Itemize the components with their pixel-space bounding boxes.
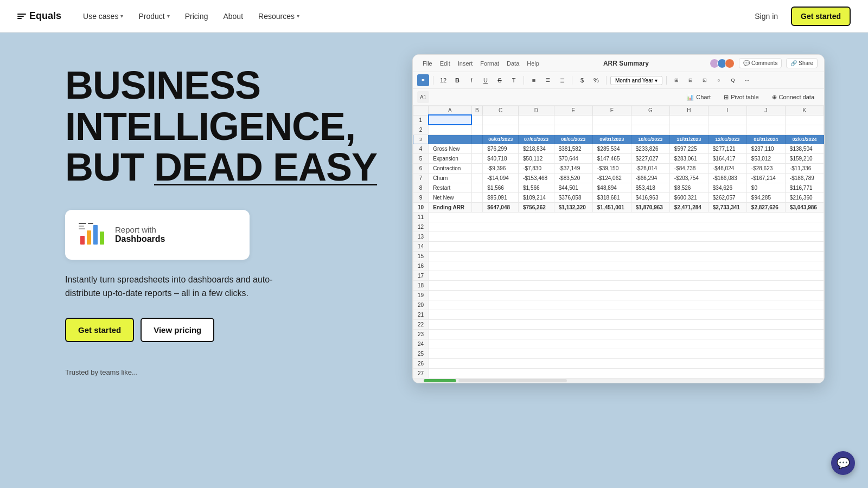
ss-tabs-area: A1 📊 Chart ⊞ Pivot table ⊕ Connect data: [413, 89, 824, 106]
table-row: 11: [413, 212, 824, 222]
ss-divider-5: [666, 76, 667, 85]
ss-titlebar: File Edit Insert Format Data Help ARR Su…: [413, 55, 824, 72]
ss-chart-tab[interactable]: 📊 Chart: [681, 92, 716, 103]
nav-about[interactable]: About: [216, 8, 250, 25]
feature-name-label: Dashboards: [115, 234, 165, 244]
chevron-down-icon: ▾: [167, 13, 170, 19]
feature-card: Report with Dashboards: [65, 210, 250, 260]
ss-col-headers: A B C D E F G H I J K: [413, 106, 824, 115]
table-row: 10 Ending ARR $647,048 $756,262 $1,132,3…: [413, 202, 824, 212]
ss-menu-items: File Edit Insert Format Data Help: [419, 59, 542, 68]
ss-comments-btn[interactable]: 💬 Comments: [739, 58, 782, 68]
get-started-hero-button[interactable]: Get started: [65, 318, 134, 342]
ss-col-h: H: [669, 106, 708, 115]
ss-scrollbar-thumb-green: [424, 379, 456, 382]
table-row: 20: [413, 300, 824, 310]
ss-menu-format[interactable]: Format: [477, 59, 502, 68]
ss-font-size[interactable]: 12: [437, 74, 449, 86]
ss-formula-bar[interactable]: [431, 95, 679, 99]
ss-divider-2: [524, 76, 524, 85]
avatar-3: [725, 59, 735, 68]
ss-share-btn[interactable]: 🔗 Share: [786, 58, 818, 68]
table-row: 18: [413, 280, 824, 290]
chevron-down-icon: ▾: [120, 13, 123, 19]
chevron-down-icon: ▾: [297, 13, 299, 19]
ss-cell-ref[interactable]: A1: [417, 91, 429, 103]
table-row: 24: [413, 339, 824, 349]
main-content: BUSINESS INTELLIGENCE, BUT DEAD EASY Rep…: [0, 33, 868, 488]
svg-rect-4: [79, 223, 86, 224]
table-row: 21: [413, 310, 824, 319]
ss-col-g: G: [631, 106, 669, 115]
nav-product[interactable]: Product ▾: [132, 8, 176, 25]
logo[interactable]: Equals: [17, 10, 61, 22]
logo-icon: [17, 14, 26, 19]
chat-widget-button[interactable]: 💬: [831, 451, 855, 475]
ss-col-k: K: [785, 106, 824, 115]
nav-pricing[interactable]: Pricing: [178, 8, 215, 25]
table-row: 15: [413, 251, 824, 261]
ss-align-center[interactable]: ☰: [542, 74, 554, 86]
logo-line-1: [17, 14, 26, 15]
ss-logo-btn[interactable]: =: [417, 74, 429, 86]
chevron-down-icon: ▾: [655, 78, 658, 84]
ss-currency-btn[interactable]: $: [576, 74, 588, 86]
table-row: 7 Churn -$14,094 -$153,468 -$83,520 -$12…: [413, 173, 824, 183]
ss-date-format[interactable]: Month and Year ▾: [610, 76, 662, 85]
ss-percent-btn[interactable]: %: [590, 74, 602, 86]
ss-horizontal-scrollbar[interactable]: [413, 378, 824, 383]
ss-align-right[interactable]: ≣: [556, 74, 568, 86]
ss-scrollbar-thumb-gray: [458, 379, 567, 382]
ss-menu-file[interactable]: File: [419, 59, 436, 68]
svg-rect-6: [79, 226, 84, 227]
table-row: 5 Expansion $40,718 $50,112 $70,644 $147…: [413, 153, 824, 163]
chart-icon: 📊: [686, 94, 694, 101]
ss-bold-btn[interactable]: B: [451, 74, 463, 86]
comment-icon: 💬: [743, 60, 750, 66]
svg-rect-3: [100, 232, 104, 245]
ss-underline-btn[interactable]: U: [480, 74, 492, 86]
ss-menu-edit[interactable]: Edit: [437, 59, 454, 68]
sign-in-button[interactable]: Sign in: [748, 8, 784, 25]
logo-text: Equals: [29, 10, 61, 22]
view-pricing-button[interactable]: View pricing: [141, 318, 214, 342]
ss-merge-btn[interactable]: ⊟: [685, 74, 697, 86]
share-icon: 🔗: [790, 60, 797, 66]
ss-border-btn[interactable]: ⊡: [699, 74, 711, 86]
ss-align-left[interactable]: ≡: [528, 74, 540, 86]
table-row: 26: [413, 358, 824, 368]
svg-rect-1: [87, 230, 91, 245]
ss-menu-help[interactable]: Help: [524, 59, 542, 68]
chat-icon: 💬: [837, 457, 850, 470]
nav-resources[interactable]: Resources ▾: [252, 8, 306, 25]
ss-more-btn[interactable]: ···: [741, 74, 753, 86]
svg-rect-2: [93, 225, 98, 245]
ss-menu-insert[interactable]: Insert: [455, 59, 476, 68]
ss-menu-data[interactable]: Data: [503, 59, 522, 68]
ss-col-j: J: [746, 106, 785, 115]
ss-pivot-tab[interactable]: ⊞ Pivot table: [718, 92, 764, 103]
logo-line-3: [17, 18, 22, 19]
ss-search-btn[interactable]: Q: [727, 74, 739, 86]
ss-italic-btn[interactable]: I: [465, 74, 477, 86]
ss-freeze-btn[interactable]: ⊞: [671, 74, 682, 86]
ss-connect-tab[interactable]: ⊕ Connect data: [767, 92, 820, 103]
ss-col-a: A: [429, 106, 471, 115]
hero-description: Instantly turn spreadsheets into dashboa…: [65, 273, 293, 300]
ss-text-btn[interactable]: T: [508, 74, 520, 86]
nav-use-cases[interactable]: Use cases ▾: [76, 8, 130, 25]
svg-rect-5: [88, 223, 93, 224]
table-row: 2: [413, 125, 824, 134]
svg-rect-0: [80, 236, 85, 245]
spreadsheet-screenshot: File Edit Insert Format Data Help ARR Su…: [412, 54, 825, 383]
ss-strikethrough-btn[interactable]: S: [494, 74, 506, 86]
table-row: 12: [413, 222, 824, 232]
get-started-nav-button[interactable]: Get started: [791, 7, 851, 26]
headline-line1: BUSINESS INTELLIGENCE,: [65, 63, 355, 148]
ss-corner-header: [413, 106, 429, 115]
table-row: 13: [413, 232, 824, 241]
ss-link-btn[interactable]: ○: [713, 74, 725, 86]
headline-underline: DEAD EASY: [154, 145, 377, 189]
ss-divider-4: [606, 76, 607, 85]
ss-grid: A B C D E F G H I J K 1: [413, 106, 824, 378]
